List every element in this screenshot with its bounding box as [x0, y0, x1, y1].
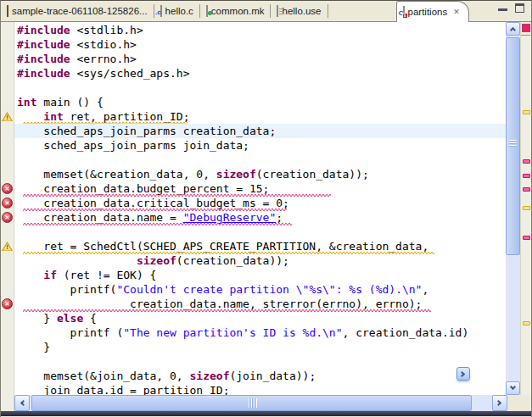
error-icon[interactable]: ✕	[2, 298, 13, 309]
error-mark[interactable]	[523, 236, 530, 240]
code-editor[interactable]: #include <stdlib.h>#include <stdio.h>#in…	[14, 22, 506, 395]
tab-bar: sample-trace-061108-125826... .c hello.c…	[1, 1, 531, 22]
keyword-token: sizeof	[137, 254, 176, 267]
tab-label: hello.c	[165, 6, 193, 16]
code-token: memset(&creation_data, 0,	[17, 168, 216, 181]
code-token: memset(&join_data, 0,	[17, 370, 190, 382]
code-lines: #include <stdlib.h>#include <stdio.h>#in…	[14, 23, 506, 395]
tab-common-mk[interactable]: common.mk	[200, 1, 271, 21]
code-token: creation_data.critical_budget_ms = 0;	[17, 197, 289, 209]
code-line[interactable]: int main () {	[14, 95, 506, 109]
vertical-scrollbar[interactable]	[506, 22, 520, 395]
keyword-token: sizeof	[190, 370, 230, 382]
warning-icon[interactable]: !	[2, 111, 13, 122]
code-line[interactable]	[14, 225, 506, 239]
keyword-token: int	[43, 110, 63, 123]
error-mark[interactable]	[523, 174, 530, 178]
tab-hello-c[interactable]: .c hello.c	[154, 1, 199, 21]
code-line[interactable]: }	[14, 340, 506, 354]
code-line[interactable]: creation_data.name = "DebugReserve";	[14, 210, 506, 225]
code-line[interactable]: #include <stdlib.h>	[14, 23, 506, 37]
string-token: "The new partition's ID is %d.\n"	[123, 326, 342, 339]
code-line[interactable]: printf ("The new partition's ID is %d.\n…	[14, 325, 506, 340]
c-file-error-icon: Cx	[403, 7, 405, 17]
scroll-right-button[interactable]	[492, 395, 507, 411]
chevron-right-icon	[496, 400, 501, 406]
error-mark[interactable]	[523, 159, 530, 164]
code-token: ret = SchedCtl(SCHED_APS_CREATE_PARTITIO…	[17, 240, 428, 253]
code-line[interactable]: memset(&creation_data, 0, sizeof(creatio…	[14, 167, 506, 181]
code-line[interactable]: #include <sys/sched_aps.h>	[14, 66, 506, 81]
code-line[interactable]	[14, 354, 506, 369]
bottom-row	[1, 395, 531, 411]
maximize-icon[interactable]	[515, 3, 524, 13]
string-token: "Couldn't create partition \"%s\": %s (%…	[116, 283, 422, 296]
code-line[interactable]: #include <errno.h>	[14, 52, 506, 66]
warning-mark[interactable]	[523, 110, 530, 114]
text-file-icon	[277, 6, 278, 16]
horizontal-scroll-track[interactable]	[30, 395, 492, 411]
code-line[interactable]: creation_data.budget_percent = 15;	[14, 181, 506, 196]
horizontal-scrollbar[interactable]	[14, 395, 507, 411]
code-token: , creation_data.id)	[343, 326, 469, 339]
error-icon[interactable]: ✕	[2, 197, 13, 208]
expand-more-button[interactable]	[456, 367, 470, 381]
tab-hello-use[interactable]: hello.use	[271, 1, 327, 21]
code-token: (join_data));	[229, 370, 316, 382]
bottom-right-corner	[507, 395, 531, 411]
error-indicator[interactable]	[522, 24, 530, 32]
ruler-divider	[521, 35, 530, 36]
thumb-grip	[249, 398, 257, 408]
code-token: creation_data.budget_percent = 15;	[17, 182, 269, 195]
string-token: "DebugReserve"	[183, 211, 277, 224]
chevron-up-icon	[510, 27, 516, 33]
code-token: (creation_data));	[176, 254, 289, 267]
code-token: sched_aps_join_parms creation_data;	[17, 125, 276, 137]
code-line[interactable]: join_data.id = partition_ID;	[14, 383, 506, 395]
code-line[interactable]: sched_aps_join_parms join_data;	[14, 138, 506, 153]
code-line[interactable]: creation_data.critical_budget_ms = 0;	[14, 196, 506, 210]
tab-sample-trace[interactable]: sample-trace-061108-125826...	[1, 1, 154, 21]
code-line[interactable]: #include <stdio.h>	[14, 37, 506, 52]
code-line[interactable]	[14, 81, 506, 95]
vertical-scroll-thumb[interactable]	[506, 37, 520, 255]
code-token	[17, 110, 43, 123]
tab-label: sample-trace-061108-125826...	[12, 6, 148, 16]
error-mark[interactable]	[523, 187, 530, 192]
warning-mark[interactable]	[523, 321, 530, 325]
scroll-down-button[interactable]	[506, 381, 520, 395]
code-line[interactable]: } else {	[14, 311, 506, 325]
annotation-gutter: !✕✕✕!✕	[1, 22, 14, 395]
scroll-up-button[interactable]	[506, 22, 520, 36]
code-line[interactable]: int ret, partition_ID;	[14, 109, 506, 124]
vertical-scroll-track[interactable]	[506, 36, 520, 381]
tab-label: partitions	[408, 7, 448, 17]
code-line[interactable]: printf("Couldn't create partition \"%s\"…	[14, 282, 506, 297]
tab-partitions[interactable]: Cx partitions ✕	[396, 1, 469, 22]
editor-content: !✕✕✕!✕ #include <stdlib.h>#include <stdi…	[1, 22, 531, 395]
warning-icon[interactable]: !	[2, 241, 13, 252]
minimize-icon[interactable]	[498, 3, 507, 11]
keyword-token: #include	[17, 24, 70, 36]
code-line[interactable]: if (ret != EOK) {	[14, 268, 506, 282]
code-line[interactable]: sched_aps_join_parms creation_data;	[14, 124, 506, 138]
c-file-icon: .c	[160, 6, 162, 16]
error-icon[interactable]: ✕	[2, 212, 13, 223]
error-icon[interactable]: ✕	[2, 183, 13, 194]
scroll-left-button[interactable]	[14, 395, 30, 411]
code-token: ,	[422, 283, 428, 296]
horizontal-scroll-thumb[interactable]	[31, 395, 472, 411]
code-line[interactable]: creation_data.name, strerror(errno), err…	[14, 297, 506, 311]
close-icon[interactable]: ✕	[453, 8, 460, 16]
code-token: printf(	[17, 283, 116, 296]
code-line[interactable]	[14, 153, 506, 167]
code-line[interactable]: ret = SchedCtl(SCHED_APS_CREATE_PARTITIO…	[14, 239, 506, 253]
warning-mark[interactable]	[523, 206, 530, 210]
code-token: join_data.id = partition_ID;	[17, 384, 229, 395]
code-line[interactable]: memset(&join_data, 0, sizeof(join_data))…	[14, 369, 506, 383]
code-token: <stdio.h>	[70, 38, 137, 51]
editor-window: sample-trace-061108-125826... .c hello.c…	[0, 0, 532, 417]
keyword-token: #include	[17, 38, 70, 51]
tab-label: hello.use	[282, 6, 321, 16]
code-line[interactable]: sizeof(creation_data));	[14, 253, 506, 268]
